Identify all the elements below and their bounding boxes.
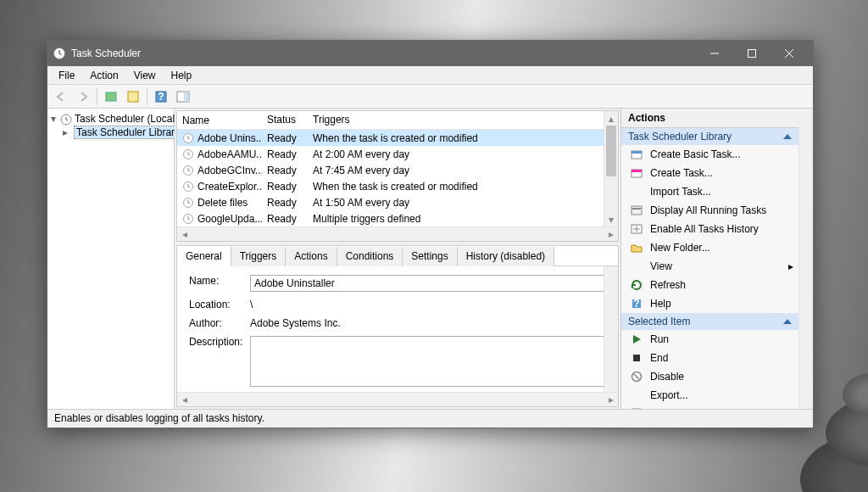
task-row[interactable]: AdobeGCInv...ReadyAt 7:45 AM every day: [177, 162, 604, 178]
menu-file[interactable]: File: [53, 68, 81, 83]
task-row[interactable]: GoogleUpda...ReadyMultiple triggers defi…: [177, 210, 604, 226]
toolbar-refresh-icon[interactable]: [123, 87, 143, 107]
tree-library[interactable]: ▸ Task Scheduler Library: [49, 126, 172, 139]
author-label: Author:: [189, 317, 250, 329]
menu-view[interactable]: View: [128, 68, 162, 83]
horizontal-scrollbar[interactable]: ◂ ▸: [177, 226, 618, 241]
task-icon: [182, 213, 194, 225]
action-icon: [630, 148, 643, 161]
titlebar[interactable]: Task Scheduler: [47, 41, 813, 66]
action-enable-all-tasks-history[interactable]: Enable All Tasks History: [621, 220, 798, 238]
scroll-right-icon[interactable]: ▸: [604, 228, 618, 240]
action-new-folder[interactable]: New Folder...: [621, 238, 798, 257]
collapse-icon[interactable]: ▾: [51, 113, 56, 125]
task-row[interactable]: Adobe Unins...ReadyWhen the task is crea…: [177, 130, 604, 146]
actions-pane: Actions Task Scheduler LibraryCreate Bas…: [621, 109, 813, 409]
svg-text:?: ?: [158, 91, 164, 103]
action-properties[interactable]: Properties: [621, 405, 798, 409]
app-icon: [53, 47, 66, 60]
name-label: Name:: [189, 275, 250, 287]
action-icon: [630, 185, 643, 198]
list-header: Name Status Triggers: [177, 111, 618, 130]
location-label: Location:: [189, 299, 250, 310]
forward-button[interactable]: [73, 87, 93, 107]
task-row[interactable]: AdobeAAMU...ReadyAt 2:00 AM every day: [177, 146, 604, 162]
scroll-left-icon[interactable]: ◂: [177, 228, 192, 240]
actions-group-selected[interactable]: Selected Item: [621, 313, 798, 330]
menubar: File Action View Help: [47, 66, 813, 85]
action-icon: [630, 407, 643, 409]
task-list: Name Status Triggers Adobe Unins...Ready…: [176, 110, 619, 242]
details-pane: General Triggers Actions Conditions Sett…: [176, 245, 619, 407]
action-icon: [630, 166, 643, 180]
expand-icon[interactable]: ▸: [63, 126, 68, 138]
tabbar: General Triggers Actions Conditions Sett…: [177, 246, 618, 266]
action-view[interactable]: View▸: [621, 257, 798, 276]
action-refresh[interactable]: Refresh: [621, 276, 798, 294]
action-import-task[interactable]: Import Task...: [621, 182, 798, 201]
action-export[interactable]: Export...: [621, 386, 798, 405]
scheduler-icon: [59, 113, 71, 125]
task-icon: [182, 197, 194, 209]
action-end[interactable]: End: [621, 349, 798, 367]
tab-conditions[interactable]: Conditions: [337, 247, 403, 266]
actions-scrollbar[interactable]: [798, 127, 813, 409]
name-input[interactable]: [250, 275, 606, 292]
action-icon: [630, 351, 643, 365]
menu-action[interactable]: Action: [84, 68, 124, 83]
svg-rect-16: [632, 151, 642, 154]
minimize-button[interactable]: [696, 41, 733, 66]
col-triggers[interactable]: Triggers: [308, 111, 618, 129]
center-pane: Name Status Triggers Adobe Unins...Ready…: [175, 109, 621, 409]
task-icon: [182, 148, 194, 160]
action-create-task[interactable]: Create Task...: [621, 164, 798, 182]
action-display-all-running-tasks[interactable]: Display All Running Tasks: [621, 201, 798, 220]
back-button[interactable]: [51, 87, 71, 107]
task-icon: [182, 165, 194, 176]
toolbar-help-icon[interactable]: ?: [151, 87, 171, 107]
toolbar: ?: [47, 85, 813, 109]
tab-actions[interactable]: Actions: [286, 247, 337, 266]
statusbar: Enables or disables logging of all tasks…: [47, 409, 813, 428]
tab-triggers[interactable]: Triggers: [231, 247, 287, 266]
task-scheduler-window: Task Scheduler File Action View Help ? ▾…: [47, 40, 814, 428]
col-name[interactable]: Name: [177, 111, 262, 129]
action-icon: [630, 260, 643, 273]
close-button[interactable]: [771, 41, 808, 66]
col-status[interactable]: Status: [262, 111, 308, 129]
action-icon: ?: [630, 297, 643, 310]
task-row[interactable]: CreateExplor...ReadyWhen the task is cre…: [177, 178, 604, 194]
action-create-basic-task[interactable]: Create Basic Task...: [621, 145, 798, 164]
action-icon: [630, 278, 643, 292]
svg-rect-1: [748, 50, 756, 58]
scroll-up-icon[interactable]: ▴: [604, 111, 618, 126]
svg-rect-2: [106, 92, 116, 101]
action-icon: [630, 333, 643, 346]
author-value: Adobe Systems Inc.: [250, 317, 606, 329]
submenu-arrow-icon: ▸: [788, 260, 793, 272]
action-icon: [630, 222, 643, 236]
tree-pane: ▾ Task Scheduler (Local) ▸ Task Schedule…: [47, 109, 175, 409]
action-help[interactable]: ?Help: [621, 294, 798, 313]
menu-help[interactable]: Help: [165, 68, 198, 83]
action-run[interactable]: Run: [621, 330, 798, 349]
scroll-down-icon[interactable]: ▾: [604, 212, 618, 226]
actions-header: Actions: [621, 109, 813, 128]
toolbar-pane-icon[interactable]: [173, 87, 193, 107]
tab-general-content: Name: Location: \ Author: Adobe Systems …: [177, 266, 618, 406]
action-disable[interactable]: Disable: [621, 367, 798, 386]
tab-general[interactable]: General: [177, 247, 231, 266]
description-input[interactable]: [250, 336, 606, 387]
actions-group-library[interactable]: Task Scheduler Library: [621, 128, 798, 145]
tab-history[interactable]: History (disabled): [458, 247, 554, 266]
maximize-button[interactable]: [733, 41, 771, 66]
task-row[interactable]: Delete filesReadyAt 1:50 AM every day: [177, 194, 604, 210]
details-vertical-scrollbar[interactable]: [604, 266, 618, 392]
vertical-scrollbar[interactable]: ▴ ▾: [604, 111, 618, 226]
scroll-thumb[interactable]: [606, 126, 616, 176]
window-title: Task Scheduler: [71, 48, 696, 59]
tab-settings[interactable]: Settings: [403, 247, 457, 266]
details-horizontal-scrollbar[interactable]: ◂▸: [177, 392, 618, 406]
toolbar-action-icon[interactable]: [101, 87, 121, 107]
tree-root[interactable]: ▾ Task Scheduler (Local): [49, 112, 172, 126]
